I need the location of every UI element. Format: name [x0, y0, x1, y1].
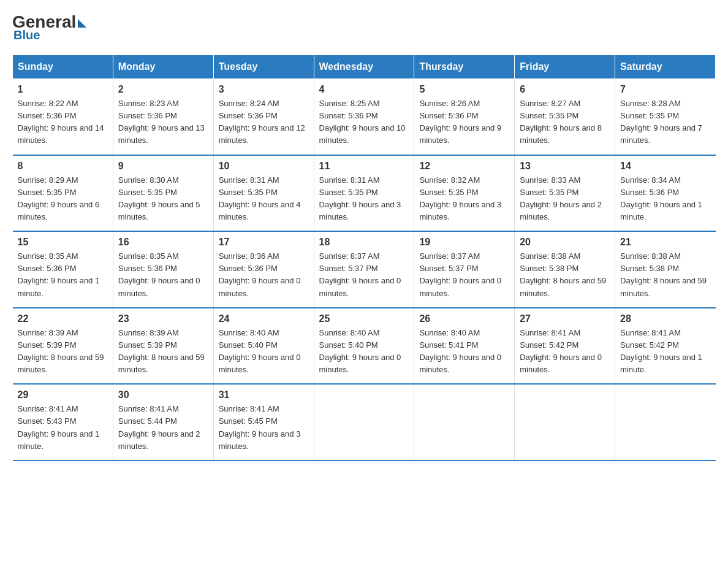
calendar-cell: 30 Sunrise: 8:41 AM Sunset: 5:44 PM Dayl…: [113, 384, 213, 461]
week-row-4: 22 Sunrise: 8:39 AM Sunset: 5:39 PM Dayl…: [13, 308, 716, 385]
calendar-cell: 18 Sunrise: 8:37 AM Sunset: 5:37 PM Dayl…: [314, 231, 414, 308]
day-number: 4: [319, 84, 409, 95]
page-header: General Blue: [12, 12, 716, 42]
sunrise-label: Sunrise: 8:26 AM: [419, 99, 480, 108]
day-info: Sunrise: 8:29 AM Sunset: 5:35 PM Dayligh…: [18, 174, 108, 224]
sunset-label: Sunset: 5:36 PM: [419, 111, 478, 120]
daylight-label: Daylight: 9 hours and 10 minutes.: [319, 123, 406, 145]
day-info: Sunrise: 8:22 AM Sunset: 5:36 PM Dayligh…: [18, 98, 108, 147]
sunrise-label: Sunrise: 8:22 AM: [18, 99, 78, 108]
week-row-1: 1 Sunrise: 8:22 AM Sunset: 5:36 PM Dayli…: [13, 79, 716, 155]
daylight-label: Daylight: 9 hours and 3 minutes.: [319, 200, 401, 221]
sunrise-label: Sunrise: 8:38 AM: [620, 251, 681, 261]
sunrise-label: Sunrise: 8:41 AM: [520, 328, 580, 337]
daylight-label: Daylight: 8 hours and 59 minutes.: [18, 353, 104, 374]
calendar-cell: 9 Sunrise: 8:30 AM Sunset: 5:35 PM Dayli…: [113, 155, 213, 232]
sunset-label: Sunset: 5:36 PM: [219, 264, 278, 273]
sunrise-label: Sunrise: 8:29 AM: [18, 175, 78, 185]
sunrise-label: Sunrise: 8:33 AM: [520, 175, 580, 185]
sunrise-label: Sunrise: 8:24 AM: [219, 99, 279, 108]
sunset-label: Sunset: 5:39 PM: [18, 340, 77, 350]
day-number: 22: [18, 313, 108, 324]
day-info: Sunrise: 8:25 AM Sunset: 5:36 PM Dayligh…: [319, 98, 409, 147]
sunrise-label: Sunrise: 8:41 AM: [18, 404, 78, 413]
day-info: Sunrise: 8:41 AM Sunset: 5:43 PM Dayligh…: [18, 403, 108, 453]
sunrise-label: Sunrise: 8:37 AM: [319, 251, 380, 261]
day-number: 24: [219, 313, 309, 324]
day-number: 17: [219, 237, 309, 248]
day-number: 23: [118, 313, 208, 324]
sunset-label: Sunset: 5:35 PM: [520, 111, 578, 120]
day-number: 19: [419, 237, 509, 248]
day-info: Sunrise: 8:38 AM Sunset: 5:38 PM Dayligh…: [620, 250, 710, 300]
calendar-cell: 7 Sunrise: 8:28 AM Sunset: 5:35 PM Dayli…: [615, 79, 716, 155]
daylight-label: Daylight: 9 hours and 4 minutes.: [219, 200, 301, 221]
calendar-cell: 17 Sunrise: 8:36 AM Sunset: 5:36 PM Dayl…: [213, 231, 314, 308]
sunset-label: Sunset: 5:35 PM: [118, 188, 177, 197]
daylight-label: Daylight: 9 hours and 0 minutes.: [118, 276, 200, 297]
daylight-label: Daylight: 9 hours and 0 minutes.: [219, 276, 301, 297]
sunset-label: Sunset: 5:37 PM: [319, 264, 378, 273]
day-info: Sunrise: 8:39 AM Sunset: 5:39 PM Dayligh…: [118, 327, 208, 377]
day-number: 18: [319, 237, 409, 248]
sunrise-label: Sunrise: 8:41 AM: [219, 404, 279, 413]
sunrise-label: Sunrise: 8:23 AM: [118, 99, 179, 108]
calendar-cell: 12 Sunrise: 8:32 AM Sunset: 5:35 PM Dayl…: [414, 155, 515, 232]
day-number: 30: [118, 389, 208, 400]
daylight-label: Daylight: 9 hours and 0 minutes.: [419, 276, 501, 297]
day-info: Sunrise: 8:32 AM Sunset: 5:35 PM Dayligh…: [419, 174, 509, 224]
daylight-label: Daylight: 9 hours and 9 minutes.: [419, 123, 501, 145]
day-info: Sunrise: 8:41 AM Sunset: 5:42 PM Dayligh…: [520, 327, 610, 377]
day-number: 25: [319, 313, 409, 324]
sunrise-label: Sunrise: 8:39 AM: [118, 328, 179, 337]
day-info: Sunrise: 8:35 AM Sunset: 5:36 PM Dayligh…: [118, 250, 208, 300]
sunset-label: Sunset: 5:37 PM: [419, 264, 478, 273]
calendar-cell: 16 Sunrise: 8:35 AM Sunset: 5:36 PM Dayl…: [113, 231, 213, 308]
day-number: 11: [319, 161, 409, 172]
calendar-cell: 31 Sunrise: 8:41 AM Sunset: 5:45 PM Dayl…: [213, 384, 314, 461]
weekday-monday: Monday: [113, 55, 213, 79]
sunrise-label: Sunrise: 8:35 AM: [118, 251, 179, 261]
day-number: 9: [118, 161, 208, 172]
calendar-cell: 28 Sunrise: 8:41 AM Sunset: 5:42 PM Dayl…: [615, 308, 716, 385]
day-info: Sunrise: 8:37 AM Sunset: 5:37 PM Dayligh…: [419, 250, 509, 300]
sunset-label: Sunset: 5:35 PM: [319, 188, 378, 197]
sunrise-label: Sunrise: 8:40 AM: [319, 328, 380, 337]
calendar-cell: 25 Sunrise: 8:40 AM Sunset: 5:40 PM Dayl…: [314, 308, 414, 385]
weekday-saturday: Saturday: [615, 55, 716, 79]
day-info: Sunrise: 8:23 AM Sunset: 5:36 PM Dayligh…: [118, 98, 208, 147]
weekday-thursday: Thursday: [414, 55, 515, 79]
daylight-label: Daylight: 9 hours and 0 minutes.: [319, 353, 401, 374]
day-info: Sunrise: 8:41 AM Sunset: 5:45 PM Dayligh…: [219, 403, 309, 453]
sunrise-label: Sunrise: 8:38 AM: [520, 251, 580, 261]
daylight-label: Daylight: 9 hours and 3 minutes.: [419, 200, 501, 221]
sunset-label: Sunset: 5:45 PM: [219, 416, 278, 426]
day-number: 10: [219, 161, 309, 172]
day-info: Sunrise: 8:34 AM Sunset: 5:36 PM Dayligh…: [620, 174, 710, 224]
sunset-label: Sunset: 5:35 PM: [620, 111, 679, 120]
sunset-label: Sunset: 5:42 PM: [620, 340, 679, 350]
day-number: 15: [18, 237, 108, 248]
day-info: Sunrise: 8:41 AM Sunset: 5:44 PM Dayligh…: [118, 403, 208, 453]
daylight-label: Daylight: 9 hours and 0 minutes.: [219, 353, 301, 374]
day-number: 12: [419, 161, 509, 172]
sunrise-label: Sunrise: 8:40 AM: [419, 328, 480, 337]
calendar-cell: 8 Sunrise: 8:29 AM Sunset: 5:35 PM Dayli…: [13, 155, 113, 232]
day-number: 16: [118, 237, 208, 248]
sunrise-label: Sunrise: 8:39 AM: [18, 328, 78, 337]
daylight-label: Daylight: 9 hours and 12 minutes.: [219, 123, 305, 145]
sunset-label: Sunset: 5:36 PM: [219, 111, 278, 120]
sunrise-label: Sunrise: 8:37 AM: [419, 251, 480, 261]
calendar-cell: [615, 384, 716, 461]
day-info: Sunrise: 8:41 AM Sunset: 5:42 PM Dayligh…: [620, 327, 710, 377]
sunset-label: Sunset: 5:35 PM: [419, 188, 478, 197]
calendar-cell: 13 Sunrise: 8:33 AM Sunset: 5:35 PM Dayl…: [515, 155, 615, 232]
sunset-label: Sunset: 5:36 PM: [18, 264, 77, 273]
day-number: 3: [219, 84, 309, 95]
sunset-label: Sunset: 5:39 PM: [118, 340, 177, 350]
day-info: Sunrise: 8:27 AM Sunset: 5:35 PM Dayligh…: [520, 98, 610, 147]
sunrise-label: Sunrise: 8:27 AM: [520, 99, 580, 108]
sunrise-label: Sunrise: 8:40 AM: [219, 328, 279, 337]
calendar-cell: [314, 384, 414, 461]
day-info: Sunrise: 8:40 AM Sunset: 5:40 PM Dayligh…: [219, 327, 309, 377]
